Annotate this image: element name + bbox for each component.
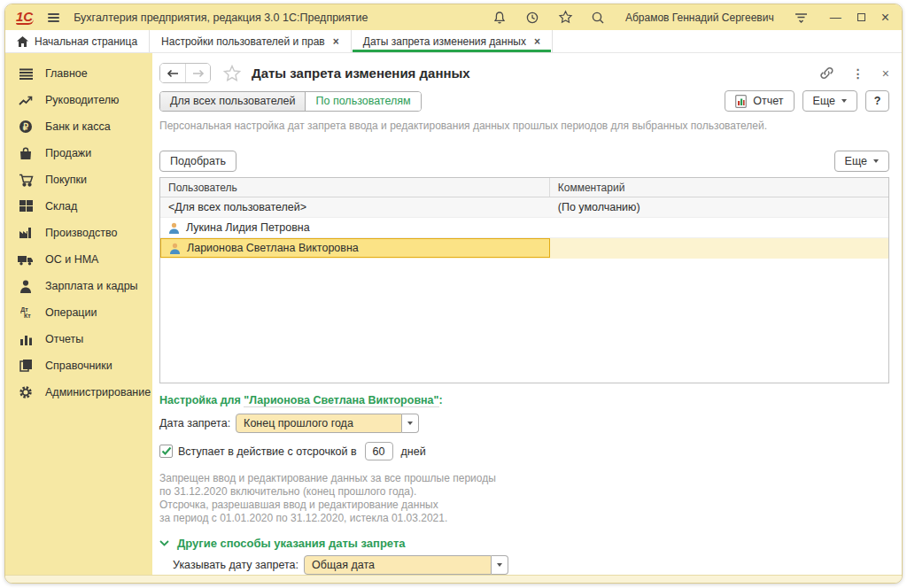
other-methods-title: Другие способы указания даты запрета bbox=[177, 537, 406, 550]
main-panel: Даты запрета изменения данных ⋮ × Для вс… bbox=[152, 53, 902, 575]
minimize-button[interactable]: — bbox=[830, 12, 841, 23]
tab-restriction-dates[interactable]: Даты запрета изменения данных × bbox=[352, 30, 553, 52]
sidebar-item-sklad[interactable]: Склад bbox=[5, 193, 152, 220]
pick-users-button[interactable]: Подобрать bbox=[159, 151, 236, 172]
table-header-row: Пользователь Комментарий bbox=[160, 178, 888, 197]
chevron-down-icon bbox=[497, 563, 502, 567]
sidebar-item-proizvodstvo[interactable]: Производство bbox=[5, 220, 152, 246]
sidebar-item-label: Продажи bbox=[45, 147, 91, 159]
combo-dropdown-button[interactable] bbox=[492, 555, 508, 575]
deferral-units-label: дней bbox=[401, 445, 426, 458]
warehouse-icon bbox=[18, 199, 34, 213]
segment-per-user[interactable]: По пользователям bbox=[306, 92, 420, 111]
sidebar-item-label: Руководителю bbox=[45, 94, 119, 106]
sidebar-item-label: Операции bbox=[45, 306, 97, 319]
sidebar-item-rukovoditelyu[interactable]: Руководителю bbox=[5, 87, 152, 113]
sidebar-item-prodazhi[interactable]: Продажи bbox=[5, 140, 152, 166]
deferral-checkbox[interactable] bbox=[159, 445, 173, 458]
menu-lines-icon bbox=[18, 66, 34, 81]
table-row-larionova-selected[interactable]: Ларионова Светлана Викторовна bbox=[160, 238, 888, 259]
sidebar-item-label: Банк и касса bbox=[45, 120, 111, 133]
column-header-comment[interactable]: Комментарий bbox=[550, 182, 888, 194]
user-cell: Ларионова Светлана Викторовна bbox=[187, 242, 359, 254]
sidebar-item-label: Производство bbox=[45, 227, 118, 239]
app-window: 1С Бухгалтерия предприятия, редакция 3.0… bbox=[4, 4, 903, 584]
form-more-icon[interactable]: ⋮ bbox=[852, 66, 864, 81]
person-icon bbox=[18, 279, 34, 293]
history-icon[interactable] bbox=[525, 10, 540, 25]
more-button-top[interactable]: Еще bbox=[802, 90, 857, 112]
get-link-icon[interactable] bbox=[819, 66, 834, 80]
main-menu-icon[interactable] bbox=[48, 13, 59, 22]
user-icon bbox=[168, 222, 180, 234]
table-row-lukina[interactable]: Лукина Лидия Петровна bbox=[160, 218, 888, 238]
sidebar-item-label: Покупки bbox=[45, 174, 87, 186]
favorites-star-icon[interactable] bbox=[558, 10, 573, 25]
sidebar-item-glavnoe[interactable]: Главное bbox=[5, 60, 152, 87]
tab-restriction-dates-label: Даты запрета изменения данных bbox=[363, 35, 526, 48]
date-restriction-combobox[interactable]: Конец прошлого года bbox=[236, 414, 419, 433]
nav-back-button[interactable] bbox=[160, 64, 185, 82]
tab-close-icon[interactable]: × bbox=[534, 35, 540, 48]
search-icon[interactable] bbox=[591, 10, 606, 25]
sidebar-item-os-nma[interactable]: ОС и НМА bbox=[5, 246, 152, 273]
close-form-icon[interactable]: × bbox=[882, 66, 889, 81]
sidebar-item-spravochniki[interactable]: Справочники bbox=[5, 352, 152, 379]
current-user-name[interactable]: Абрамов Геннадий Сергеевич bbox=[625, 12, 774, 24]
window-title: Бухгалтерия предприятия, редакция 3.0 1С… bbox=[74, 12, 368, 24]
settings-heading-username: "Ларионова Светлана Викторовна" bbox=[244, 394, 438, 407]
report-button[interactable]: Отчет bbox=[725, 90, 794, 112]
sidebar-item-label: Склад bbox=[45, 200, 77, 213]
table-row-all-users[interactable]: <Для всех пользователей> (По умолчанию) bbox=[160, 197, 888, 218]
tab-user-rights-label: Настройки пользователей и прав bbox=[161, 35, 325, 48]
bag-icon bbox=[18, 146, 34, 160]
more-button-list[interactable]: Еще bbox=[834, 151, 889, 172]
title-bar: 1С Бухгалтерия предприятия, редакция 3.0… bbox=[5, 4, 902, 30]
user-mode-segmented-control: Для всех пользователей По пользователям bbox=[159, 91, 422, 112]
nav-forward-button[interactable] bbox=[185, 64, 210, 82]
window-frame-bottom bbox=[5, 575, 902, 583]
specify-date-combobox[interactable]: Общая дата bbox=[304, 555, 508, 575]
chevron-down-icon bbox=[841, 99, 847, 103]
column-header-user[interactable]: Пользователь bbox=[160, 178, 550, 197]
user-icon bbox=[169, 243, 181, 254]
sidebar-item-otchety[interactable]: Отчеты bbox=[5, 326, 152, 352]
chevron-down-icon bbox=[159, 540, 169, 546]
segment-all-users[interactable]: Для всех пользователей bbox=[160, 92, 306, 111]
date-restriction-value[interactable]: Конец прошлого года bbox=[236, 414, 402, 433]
other-methods-section-header[interactable]: Другие способы указания даты запрета bbox=[159, 537, 889, 550]
comment-cell: (По умолчанию) bbox=[550, 201, 888, 213]
sidebar-item-label: ОС и НМА bbox=[45, 253, 98, 266]
sidebar-item-zarplata-kadry[interactable]: Зарплата и кадры bbox=[5, 273, 152, 299]
specify-date-value[interactable]: Общая дата bbox=[304, 555, 492, 575]
settings-heading: Настройка для "Ларионова Светлана Виктор… bbox=[159, 394, 889, 406]
favorite-star-icon[interactable] bbox=[223, 65, 241, 81]
maximize-button[interactable] bbox=[857, 13, 865, 21]
service-menu-icon[interactable] bbox=[794, 10, 809, 25]
deferral-days-input[interactable]: 60 bbox=[365, 442, 393, 460]
close-window-button[interactable]: × bbox=[881, 12, 889, 23]
sidebar-item-label: Главное bbox=[45, 67, 88, 80]
tab-close-icon[interactable]: × bbox=[333, 35, 339, 48]
page-description: Персональная настройка дат запрета ввода… bbox=[159, 120, 889, 132]
sidebar-item-pokupki[interactable]: Покупки bbox=[5, 166, 152, 193]
notifications-bell-icon[interactable] bbox=[492, 10, 508, 25]
page-title: Даты запрета изменения данных bbox=[252, 66, 470, 81]
chart-icon bbox=[18, 332, 34, 346]
1c-logo-icon: 1С bbox=[16, 11, 34, 25]
help-button[interactable]: ? bbox=[865, 90, 889, 112]
ruble-icon: ₽ bbox=[18, 120, 34, 134]
cart-icon bbox=[18, 173, 34, 187]
sidebar-item-administrirovanie[interactable]: Администрирование bbox=[5, 379, 152, 406]
sidebar-item-label: Зарплата и кадры bbox=[45, 280, 138, 292]
tab-bar: Начальная страница Настройки пользовател… bbox=[5, 30, 902, 53]
sidebar-item-bank-kassa[interactable]: ₽ Банк и касса bbox=[5, 113, 152, 140]
sidebar-item-operacii[interactable]: Дт Кт Операции bbox=[5, 299, 152, 326]
more-button-label: Еще bbox=[845, 155, 867, 167]
users-table: Пользователь Комментарий <Для всех польз… bbox=[159, 177, 889, 383]
chevron-down-icon bbox=[407, 422, 413, 425]
checkmark-icon bbox=[161, 446, 172, 456]
tab-home[interactable]: Начальная страница bbox=[5, 30, 150, 52]
tab-user-rights[interactable]: Настройки пользователей и прав × bbox=[150, 30, 352, 52]
combo-dropdown-button[interactable] bbox=[402, 414, 419, 433]
